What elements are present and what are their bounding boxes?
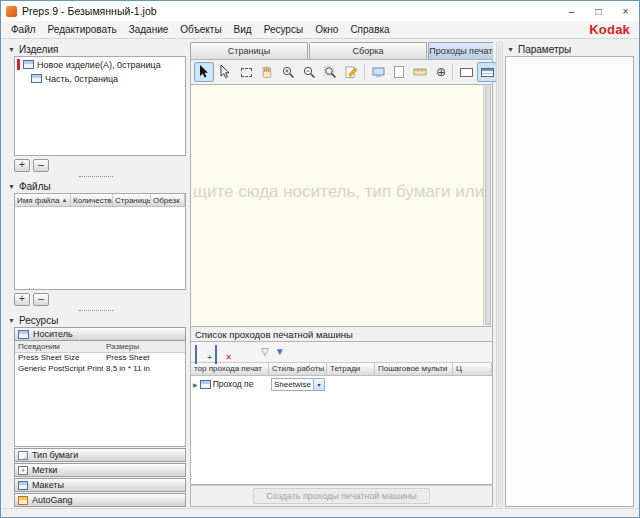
- splitter-handle[interactable]: [79, 176, 113, 177]
- view-mode-sheet-button[interactable]: [456, 62, 476, 82]
- autogang-bar[interactable]: AutoGang: [14, 493, 186, 507]
- press-run-list-header: Список проходов печатной машины: [190, 327, 493, 342]
- product-grid-icon: [23, 60, 34, 69]
- preview-monitor-icon: [372, 67, 385, 78]
- col-extra[interactable]: Ц: [453, 363, 492, 375]
- col-signatures[interactable]: Тетради: [327, 363, 375, 375]
- parameters-section-header[interactable]: ▼ Параметры: [505, 42, 634, 56]
- press-run-table-body[interactable]: [191, 392, 492, 484]
- minimize-button[interactable]: –: [558, 1, 585, 21]
- window-controls: – □ ×: [558, 1, 639, 21]
- create-press-runs-button[interactable]: Создать проходы печатной машины: [253, 488, 430, 504]
- files-col-pages[interactable]: Страницы: [113, 194, 151, 206]
- col-press-run-id[interactable]: тор прохода печат: [191, 363, 269, 375]
- products-section-header[interactable]: ▼ Изделия: [6, 42, 186, 56]
- menu-objects[interactable]: Объекты: [174, 24, 227, 35]
- page-edit-icon: [345, 66, 358, 79]
- part-label: Часть, 0страница: [45, 74, 118, 84]
- delete-press-run-button[interactable]: ✕: [215, 346, 229, 358]
- files-table-body[interactable]: [15, 207, 185, 289]
- add-product-button[interactable]: +: [14, 159, 30, 172]
- resource-section-bars: Тип бумаги + Метки Макеты AutoGang: [14, 448, 186, 507]
- tab-press-runs[interactable]: Проходы печатной машины: [428, 42, 493, 59]
- bottom-action-bar: Создать проходы печатной машины: [190, 485, 493, 507]
- files-table: Имя файла ▲ Количество Страницы Обрезк: [14, 193, 186, 290]
- select-tool-button[interactable]: [194, 62, 214, 82]
- menu-view[interactable]: Вид: [228, 24, 258, 35]
- table-icon: [215, 345, 217, 364]
- view-list-icon: [481, 68, 494, 77]
- press-run-list-toolbar: + ✕ ▽ ▼: [190, 342, 493, 362]
- remove-product-button[interactable]: –: [33, 159, 49, 172]
- media-row[interactable]: Generic PostScript Printer 8,5 in * 11 i…: [15, 364, 185, 375]
- maximize-button[interactable]: □: [585, 1, 612, 21]
- left-sidebar: ▼ Изделия Новое изделие(А), 0страница Ча…: [6, 42, 186, 507]
- zoom-in-tool-button[interactable]: [278, 62, 298, 82]
- edit-page-tool-button[interactable]: [341, 62, 361, 82]
- menu-job[interactable]: Задание: [123, 24, 175, 35]
- part-tree-item[interactable]: Часть, 0страница: [15, 71, 185, 85]
- menu-edit[interactable]: Редактировать: [42, 24, 123, 35]
- files-col-count[interactable]: Количество: [71, 194, 113, 206]
- center-target-button[interactable]: ⊕: [431, 62, 451, 82]
- files-section-header[interactable]: ▼ Файлы: [6, 179, 186, 193]
- resources-section-header[interactable]: ▼ Ресурсы: [6, 313, 186, 327]
- drawing-toolbar: ⊕: [190, 59, 493, 85]
- add-file-button[interactable]: +: [14, 293, 30, 306]
- view-mode-list-button[interactable]: [477, 62, 497, 82]
- remove-file-button[interactable]: –: [33, 293, 49, 306]
- marquee-tool-button[interactable]: [236, 62, 256, 82]
- files-col-trim[interactable]: Обрезк: [151, 194, 185, 206]
- parameters-panel: [505, 56, 634, 507]
- tab-assembly[interactable]: Сборка: [309, 42, 427, 59]
- measure-tool-button[interactable]: [410, 62, 430, 82]
- pan-tool-button[interactable]: [257, 62, 277, 82]
- templates-bar[interactable]: Макеты: [14, 478, 186, 492]
- col-work-style[interactable]: Стиль работы: [269, 363, 327, 375]
- close-button[interactable]: ×: [612, 1, 639, 21]
- window-title: Preps 9 - Безымянный-1.job: [22, 5, 157, 17]
- media-col-alias[interactable]: Псевдоним: [15, 341, 103, 352]
- work-style-select[interactable]: Sheetwise ▾: [271, 378, 325, 391]
- col-step-multi[interactable]: Пошаговое мульти: [375, 363, 453, 375]
- files-buttons: + –: [14, 293, 186, 306]
- scrollbar-thumb[interactable]: [498, 44, 501, 505]
- media-table-body[interactable]: [15, 375, 185, 446]
- marks-bar[interactable]: + Метки: [14, 463, 186, 477]
- media-bar[interactable]: Носитель: [14, 327, 186, 341]
- product-tree-item[interactable]: Новое изделие(А), 0страница: [15, 57, 185, 71]
- tab-pages[interactable]: Страницы: [190, 42, 308, 59]
- paper-type-icon: [18, 451, 28, 460]
- files-table-header: Имя файла ▲ Количество Страницы Обрезк: [15, 194, 185, 207]
- menu-help[interactable]: Справка: [344, 24, 395, 35]
- preview-toggle-button[interactable]: [368, 62, 388, 82]
- paper-type-bar[interactable]: Тип бумаги: [14, 448, 186, 462]
- collapse-triangle-icon: ▼: [8, 46, 15, 53]
- files-col-name[interactable]: Имя файла ▲: [15, 194, 71, 206]
- zoom-out-tool-button[interactable]: [299, 62, 319, 82]
- menu-window[interactable]: Окно: [309, 24, 344, 35]
- press-run-canvas[interactable]: щите сюда носитель, тип бумаги или ш: [190, 85, 493, 327]
- product-marker-icon: [17, 59, 20, 70]
- move-down-outline-button[interactable]: ▽: [261, 347, 269, 357]
- menu-resources[interactable]: Ресурсы: [258, 24, 309, 35]
- splitter-handle[interactable]: [79, 310, 113, 311]
- move-down-filled-button[interactable]: ▼: [275, 347, 285, 357]
- scrollbar-thumb[interactable]: [485, 86, 491, 325]
- zoom-area-icon: [324, 66, 337, 79]
- media-row[interactable]: Press Sheet Size Press Sheet: [15, 353, 185, 364]
- direct-select-tool-button[interactable]: [215, 62, 235, 82]
- sheet-view-button[interactable]: [389, 62, 409, 82]
- parameters-scrollbar[interactable]: [496, 42, 503, 507]
- canvas-vertical-scrollbar[interactable]: [483, 85, 492, 326]
- menu-file[interactable]: Файл: [5, 24, 42, 35]
- sort-asc-icon: ▲: [61, 197, 67, 203]
- press-run-row[interactable]: ▶ Проход пе Sheetwise ▾: [191, 376, 492, 392]
- toolbar-separator: [364, 64, 365, 80]
- zoom-area-tool-button[interactable]: [320, 62, 340, 82]
- row-expander-icon[interactable]: ▶: [193, 381, 198, 388]
- toolbar-separator: [452, 64, 453, 80]
- media-col-size[interactable]: Размеры: [103, 341, 185, 352]
- view-tabs: Страницы Сборка Проходы печатной машины: [190, 42, 493, 59]
- add-press-run-button[interactable]: +: [195, 346, 209, 358]
